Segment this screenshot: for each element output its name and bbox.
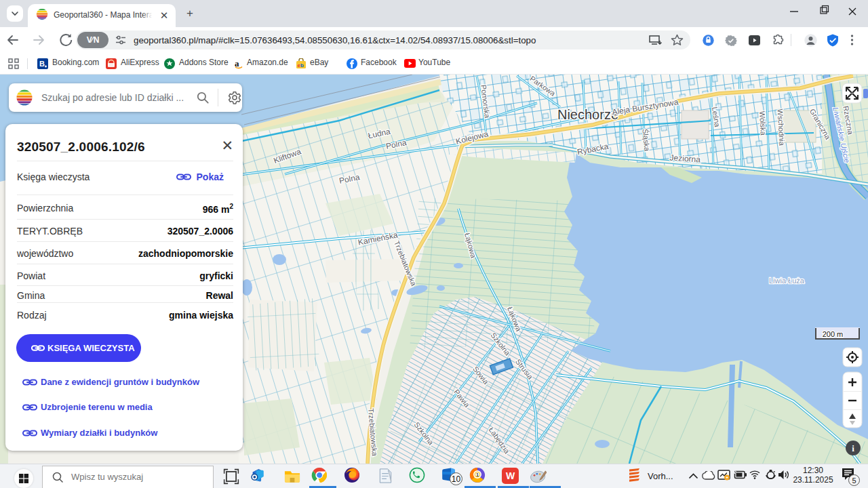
svg-text:i: i bbox=[852, 443, 854, 453]
svg-text:a: a bbox=[235, 58, 239, 68]
svg-text:200 m: 200 m bbox=[823, 330, 844, 338]
svg-text:Niechorze: Niechorze bbox=[557, 107, 618, 122]
svg-text:Wolska: Wolska bbox=[758, 111, 768, 136]
svg-text:B: B bbox=[39, 60, 45, 68]
svg-text:Liwia Łuża: Liwia Łuża bbox=[769, 277, 805, 285]
svg-text:b: b bbox=[300, 62, 304, 68]
svg-text:1: 1 bbox=[476, 472, 479, 478]
